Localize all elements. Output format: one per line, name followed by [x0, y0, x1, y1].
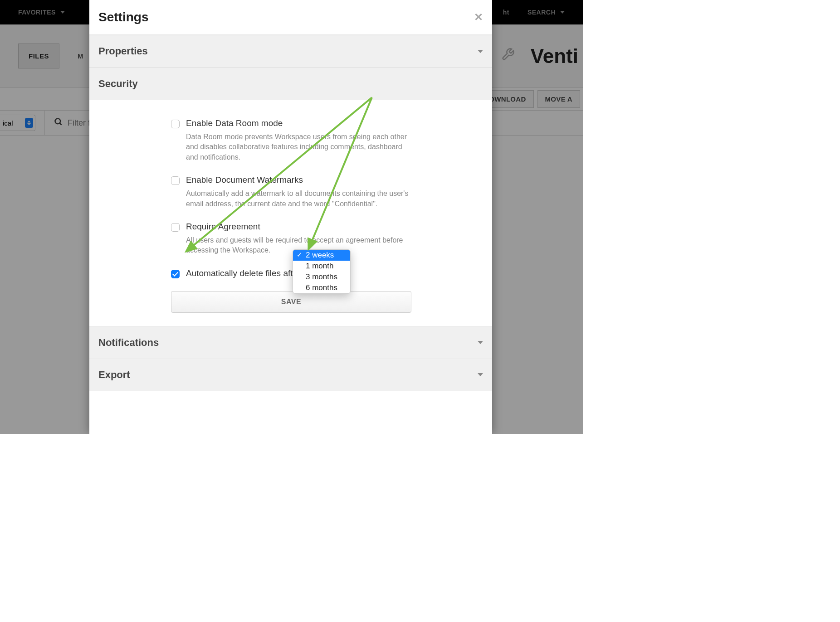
close-icon[interactable]: ✕ — [474, 11, 483, 24]
section-security-header[interactable]: Security — [89, 68, 492, 100]
modal-header: Settings ✕ — [89, 0, 492, 35]
dropdown-option[interactable]: 3 months — [293, 272, 350, 282]
section-notifications-header[interactable]: Notifications — [89, 326, 492, 359]
chevron-down-icon — [478, 373, 483, 376]
option-agreement-label: Require Agreement — [186, 222, 483, 232]
section-export-title: Export — [98, 369, 130, 381]
checkbox-data-room[interactable] — [171, 120, 180, 128]
chevron-down-icon — [478, 50, 483, 53]
settings-modal: Settings ✕ Properties Security Enable Da… — [89, 0, 492, 434]
dropdown-option[interactable]: 1 month — [293, 261, 350, 272]
section-export-header[interactable]: Export — [89, 359, 492, 391]
section-notifications-title: Notifications — [98, 337, 159, 349]
checkbox-watermarks[interactable] — [171, 176, 180, 185]
section-properties-header[interactable]: Properties — [89, 35, 492, 68]
dropdown-option[interactable]: 2 weeks — [293, 250, 350, 261]
option-data-room-label: Enable Data Room mode — [186, 118, 483, 128]
section-security-title: Security — [98, 78, 138, 90]
dropdown-option[interactable]: 6 months — [293, 282, 350, 293]
checkbox-auto-delete[interactable] — [171, 270, 180, 278]
option-data-room: Enable Data Room mode Data Room mode pre… — [98, 118, 483, 162]
section-security-body: Enable Data Room mode Data Room mode pre… — [89, 100, 492, 326]
section-properties-title: Properties — [98, 45, 148, 57]
save-button[interactable]: SAVE — [171, 291, 411, 313]
checkbox-agreement[interactable] — [171, 223, 180, 232]
option-watermarks-label: Enable Document Watermarks — [186, 175, 483, 185]
auto-delete-dropdown: 2 weeks 1 month 3 months 6 months — [293, 249, 351, 294]
chevron-down-icon — [478, 341, 483, 344]
option-data-room-desc: Data Room mode prevents Workspace users … — [186, 132, 413, 162]
option-watermarks-desc: Automatically add a watermark to all doc… — [186, 189, 413, 209]
option-watermarks: Enable Document Watermarks Automatically… — [98, 175, 483, 209]
modal-title: Settings — [98, 10, 148, 24]
option-agreement: Require Agreement All users and guests w… — [98, 222, 483, 256]
option-auto-delete: Automatically delete files after — [98, 268, 483, 282]
